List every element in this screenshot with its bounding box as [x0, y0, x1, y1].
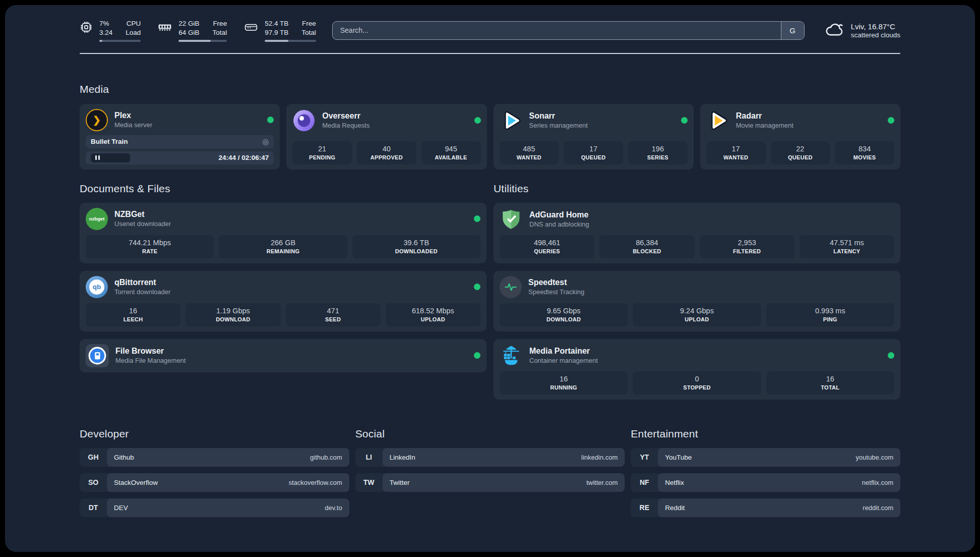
bookmark-group-entertainment: Entertainment	[631, 428, 900, 440]
service-title[interactable]: Overseerr	[322, 112, 370, 121]
plex-icon: ❯	[86, 109, 108, 131]
bookmark-name: YouTube	[665, 454, 692, 461]
status-indicator	[681, 117, 688, 124]
bookmark-abbr: DT	[80, 498, 107, 517]
search-bar: G	[332, 21, 805, 40]
bookmark-url: netflix.com	[862, 479, 893, 486]
service-card-sonarr[interactable]: Sonarr Series management 485WANTED 17QUE…	[494, 104, 694, 170]
bookmark-twitter[interactable]: TW Twittertwitter.com	[355, 473, 625, 492]
filebrowser-icon	[86, 344, 109, 367]
stat-filtered: 2,953FILTERED	[700, 235, 794, 258]
memory-free-label: Free	[213, 19, 227, 28]
bookmark-reddit[interactable]: RE Redditreddit.com	[631, 498, 900, 517]
bookmark-github[interactable]: GH Githubgithub.com	[80, 448, 349, 467]
service-card-portainer[interactable]: Media Portainer Container management 16R…	[494, 339, 900, 400]
bookmark-stackoverflow[interactable]: SO StackOverflowstackoverflow.com	[80, 473, 349, 492]
stat-remaining: 266 GBREMAINING	[219, 235, 347, 258]
service-subtitle: Container management	[529, 357, 598, 364]
service-title[interactable]: AdGuard Home	[529, 210, 589, 219]
overseerr-icon	[292, 109, 316, 132]
bookmark-url: github.com	[310, 454, 342, 461]
disk-progress-fill	[265, 40, 288, 42]
bookmark-youtube[interactable]: YT YouTubeyoutube.com	[631, 448, 900, 467]
cloud-icon	[824, 21, 845, 40]
service-card-adguard[interactable]: AdGuard Home DNS and adblocking 498,461Q…	[494, 203, 900, 263]
service-title[interactable]: Sonarr	[529, 112, 588, 121]
memory-progress-fill	[178, 40, 210, 42]
disk-total-value: 97.9 TB	[265, 28, 288, 37]
service-title[interactable]: Speedtest	[528, 278, 584, 287]
disk-icon	[244, 21, 258, 34]
bookmark-url: stackoverflow.com	[288, 479, 342, 486]
service-card-qbittorrent[interactable]: qb qBittorrent Torrent downloader 16LEEC…	[80, 271, 486, 331]
bookmark-name: StackOverflow	[114, 479, 158, 486]
memory-widget: 22 GiB 64 GiB Free Total	[158, 19, 227, 42]
stat-latency: 47.571 msLATENCY	[800, 235, 894, 258]
stat-blocked: 86,384BLOCKED	[599, 235, 694, 258]
stat-pending: 21PENDING	[292, 141, 352, 164]
disk-widget: 52.4 TB 97.9 TB Free Total	[244, 19, 316, 42]
search-input[interactable]	[333, 22, 781, 39]
bookmark-dev[interactable]: DT DEVdev.to	[80, 498, 349, 517]
service-title[interactable]: NZBGet	[114, 210, 171, 219]
service-title[interactable]: Radarr	[736, 112, 793, 121]
stat-available: 945AVAILABLE	[421, 141, 481, 164]
service-title[interactable]: Plex	[114, 111, 152, 120]
bookmark-netflix[interactable]: NF Netflixnetflix.com	[631, 473, 900, 492]
bookmark-name: LinkedIn	[390, 454, 415, 461]
stat-download: 9.65 GbpsDOWNLOAD	[500, 303, 628, 326]
search-provider-button[interactable]: G	[781, 22, 804, 39]
stat-approved: 40APPROVED	[357, 141, 416, 164]
bookmark-group-social: Social	[355, 428, 625, 440]
service-title[interactable]: Media Portainer	[529, 347, 598, 356]
status-indicator	[267, 117, 274, 123]
service-card-speedtest[interactable]: Speedtest Speedtest Tracking 9.65 GbpsDO…	[494, 271, 900, 331]
status-indicator	[474, 284, 480, 290]
now-playing-title: Bullet Train	[91, 138, 128, 145]
cpu-progress-bar	[99, 40, 141, 42]
memory-total-value: 64 GiB	[178, 28, 199, 37]
bookmark-abbr: NF	[631, 473, 658, 492]
memory-progress-bar	[178, 40, 227, 42]
bookmark-abbr: LI	[355, 448, 383, 467]
stat-leech: 16LEECH	[86, 303, 180, 326]
service-card-overseerr[interactable]: Overseerr Media Requests 21PENDING 40APP…	[286, 104, 486, 170]
status-indicator	[474, 352, 480, 359]
bookmark-abbr: TW	[355, 473, 383, 492]
speedtest-icon	[500, 276, 522, 298]
now-playing-icon: ◎	[262, 138, 269, 145]
service-title[interactable]: File Browser	[115, 347, 186, 356]
cpu-usage-value: 7%	[99, 19, 112, 28]
service-title[interactable]: qBittorrent	[114, 278, 170, 287]
service-card-radarr[interactable]: Radarr Movie management 17WANTED 22QUEUE…	[700, 104, 900, 170]
disk-free-label: Free	[301, 19, 316, 28]
stat-queries: 498,461QUERIES	[500, 235, 594, 258]
bookmark-name: Netflix	[665, 479, 684, 486]
service-card-plex[interactable]: ❯ Plex Media server Bullet Train ◎ 24:44…	[80, 104, 280, 170]
topbar: 7% 3.24 CPU Load	[80, 19, 900, 42]
adguard-icon	[500, 208, 523, 231]
stat-seed: 471SEED	[286, 303, 381, 326]
sonarr-icon	[500, 109, 523, 132]
cpu-icon	[80, 21, 93, 34]
bookmark-url: dev.to	[325, 504, 342, 512]
stat-ping: 0.993 msPING	[766, 303, 894, 326]
bookmark-abbr: SO	[80, 473, 107, 492]
bookmark-linkedin[interactable]: LI LinkedInlinkedin.com	[355, 448, 625, 467]
memory-free-value: 22 GiB	[178, 19, 199, 28]
bookmark-name: Github	[114, 454, 134, 461]
qbittorrent-icon: qb	[86, 276, 108, 298]
stat-queued: 22QUEUED	[771, 141, 830, 164]
memory-icon	[158, 21, 172, 34]
service-subtitle: Media Requests	[322, 122, 370, 129]
stat-total: 16TOTAL	[766, 371, 894, 395]
status-indicator	[888, 352, 894, 359]
dashboard-panel: 7% 3.24 CPU Load	[5, 5, 975, 552]
disk-free-value: 52.4 TB	[265, 19, 288, 28]
bookmark-url: twitter.com	[586, 479, 618, 486]
service-card-filebrowser[interactable]: File Browser Media File Management	[80, 339, 486, 372]
portainer-icon	[500, 344, 523, 367]
stat-wanted: 17WANTED	[706, 141, 766, 164]
now-playing-row: Bullet Train ◎	[86, 135, 274, 148]
service-card-nzbget[interactable]: nzbget NZBGet Usenet downloader 744.21 M…	[80, 203, 486, 263]
